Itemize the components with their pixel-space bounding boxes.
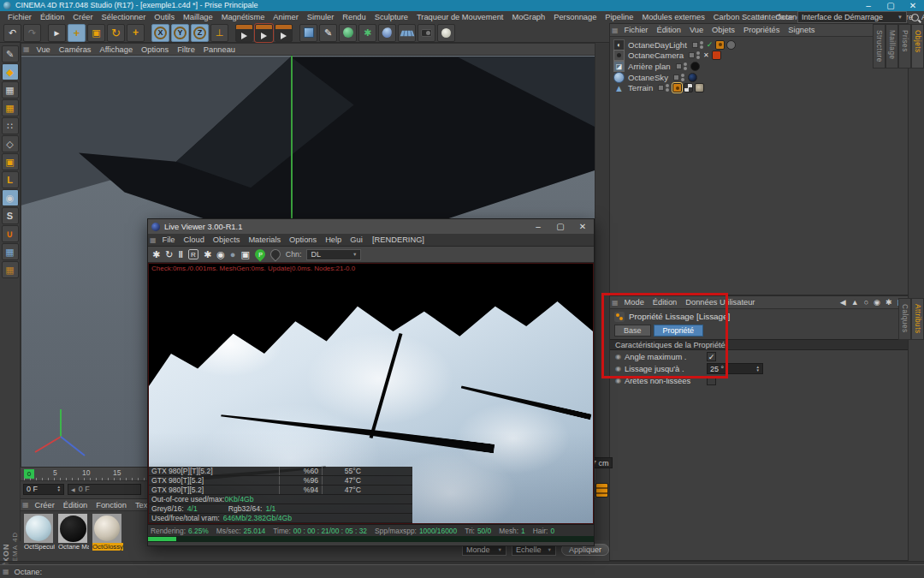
viewport-solo-icon[interactable]: ◉ xyxy=(2,189,19,206)
layer-chip[interactable] xyxy=(673,74,679,80)
dock-tab-objets[interactable]: Objets xyxy=(911,24,924,69)
floor-environment-icon[interactable] xyxy=(398,24,416,42)
am-back-icon[interactable]: ◀ xyxy=(840,298,846,307)
layer-chip[interactable] xyxy=(658,85,664,91)
frame-stepper[interactable]: ▲▼ xyxy=(57,486,61,492)
phong-tag-icon[interactable] xyxy=(684,83,693,92)
am-search-icon[interactable]: ○ xyxy=(864,298,868,307)
material-thumb-specular[interactable] xyxy=(24,514,53,543)
lv-menu-cloud[interactable]: Cloud xyxy=(180,235,209,244)
menu-maillage[interactable]: Maillage xyxy=(179,13,217,21)
frame-slider[interactable]: ◀ 0 F xyxy=(68,484,141,495)
interface-dropdown[interactable]: Interface de Démarrage ▼ xyxy=(797,11,907,23)
lv-pause-icon[interactable]: ‖ xyxy=(178,249,182,259)
om-menu-edition[interactable]: Édition xyxy=(652,26,684,34)
minimize-icon[interactable]: – xyxy=(857,1,880,10)
vp-menu-options[interactable]: Options xyxy=(137,45,173,54)
search-icon[interactable] xyxy=(911,14,919,21)
lv-menu-options[interactable]: Options xyxy=(285,235,321,244)
sun-tag-icon[interactable] xyxy=(726,40,736,50)
render-view-icon[interactable] xyxy=(235,24,253,42)
menu-fichier[interactable]: Fichier xyxy=(3,13,36,21)
generator-sphere-icon[interactable] xyxy=(339,24,357,42)
vp-menu-panneau[interactable]: Panneau xyxy=(199,45,240,54)
menu-simuler[interactable]: Simuler xyxy=(303,13,339,21)
menu-selectionner[interactable]: Sélectionner xyxy=(98,13,151,21)
vp-menu-cameras[interactable]: Caméras xyxy=(55,45,96,54)
lv-menu-file[interactable]: File xyxy=(158,235,180,244)
maximize-icon[interactable]: ▢ xyxy=(880,1,902,10)
am-lock-icon[interactable]: ◉ xyxy=(874,298,880,307)
coord-system-icon[interactable]: ⊥ xyxy=(210,24,228,42)
lv-maximize-icon[interactable]: ▢ xyxy=(549,222,572,231)
mat-menu-edition[interactable]: Édition xyxy=(59,501,92,509)
lv-render-area[interactable]: Check:0ms./0.001ms. MeshGen:0ms. Update|… xyxy=(148,263,594,524)
menu-edition[interactable]: Édition xyxy=(36,13,68,21)
object-row-camera[interactable]: OctaneCamera ✕ xyxy=(613,51,908,62)
enabled-check-icon[interactable]: ✓ xyxy=(707,40,714,49)
menu-animer[interactable]: Animer xyxy=(269,13,302,21)
lv-titlebar[interactable]: Live Viewer 3.00-R1.1 – ▢ ✕ xyxy=(148,219,594,234)
model-mode-icon[interactable]: ◆ xyxy=(2,63,19,80)
layer-chip[interactable] xyxy=(692,42,698,48)
axis-mode-icon[interactable]: L xyxy=(2,171,19,188)
dock-tab-calques[interactable]: Calques xyxy=(898,298,911,340)
close-icon[interactable]: ✕ xyxy=(902,1,924,10)
lv-sphere-icon[interactable]: ● xyxy=(230,249,236,259)
lv-pick-material-icon[interactable]: P xyxy=(252,247,267,262)
spline-pen-icon[interactable]: ✎ xyxy=(319,24,337,42)
lv-pick-object-icon[interactable] xyxy=(268,247,282,262)
frame-field[interactable]: 0 F ▲▼ xyxy=(23,484,64,495)
om-menu-signets[interactable]: Signets xyxy=(784,26,819,34)
workplane-lock-icon[interactable]: ▦ xyxy=(2,243,19,260)
polygons-mode-icon[interactable]: ▣ xyxy=(2,153,19,170)
lv-minimize-icon[interactable]: – xyxy=(527,222,549,231)
y-axis-lock-icon[interactable]: Y xyxy=(171,24,189,42)
mat-menu-creer[interactable]: Créer xyxy=(31,501,59,509)
menu-modules-externes[interactable]: Modules externes xyxy=(637,13,708,21)
array-generator-icon[interactable]: ✱ xyxy=(358,24,376,42)
lv-lock-icon[interactable]: ◉ xyxy=(216,249,225,260)
live-selection-icon[interactable]: ► xyxy=(48,24,66,42)
layer-chip[interactable] xyxy=(689,52,695,58)
om-menu-objets[interactable]: Objets xyxy=(708,26,739,34)
visibility-dots[interactable] xyxy=(681,74,684,81)
vp-menu-filtre[interactable]: Filtre xyxy=(173,45,199,54)
primitive-cube-icon[interactable] xyxy=(299,24,317,42)
keyframe-film-icon[interactable] xyxy=(595,483,608,498)
texture-mode-icon[interactable]: ▦ xyxy=(2,81,19,98)
lv-reset-icon[interactable]: R xyxy=(188,249,198,259)
object-row-daylight[interactable]: ◐ OctaneDayLight ✓ xyxy=(613,39,908,51)
x-axis-lock-icon[interactable]: X xyxy=(151,24,169,42)
points-mode-icon[interactable]: ∷ xyxy=(2,117,19,134)
lv-close-icon[interactable]: ✕ xyxy=(572,222,594,231)
am-gear-icon[interactable]: ✱ xyxy=(886,298,892,307)
sky-material-tag-icon[interactable] xyxy=(688,73,697,82)
material-item[interactable]: OctSpecula xyxy=(24,514,55,551)
visibility-dots[interactable] xyxy=(666,84,669,92)
camera-icon[interactable] xyxy=(418,24,435,42)
black-material-tag-icon[interactable] xyxy=(690,62,700,71)
last-tool-icon[interactable]: + xyxy=(127,24,145,42)
dock-tab-maillage[interactable]: Maillage xyxy=(886,24,898,69)
move-tool-icon[interactable]: + xyxy=(68,24,86,42)
menu-personnage[interactable]: Personnage xyxy=(549,13,601,21)
layer-chip[interactable] xyxy=(676,63,682,69)
live-viewer-window[interactable]: Live Viewer 3.00-R1.1 – ▢ ✕ ▦ File Cloud… xyxy=(147,218,595,546)
material-item[interactable]: Octane Ma xyxy=(58,514,89,551)
octane-camera-tag-icon[interactable] xyxy=(712,51,721,60)
om-menu-vue[interactable]: Vue xyxy=(685,26,708,34)
lv-menu-objects[interactable]: Objects xyxy=(209,235,245,244)
om-menu-proprietes[interactable]: Propriétés xyxy=(739,26,784,34)
workplane-alt-icon[interactable]: ▦ xyxy=(2,261,19,278)
lv-menu-help[interactable]: Help xyxy=(321,235,346,244)
lv-restart-icon[interactable]: ↻ xyxy=(165,249,173,260)
edges-mode-icon[interactable]: ◇ xyxy=(2,135,19,152)
object-row-terrain[interactable]: ▲ Terrain xyxy=(613,82,908,93)
lv-channel-dropdown[interactable]: DL ▼ xyxy=(306,249,361,260)
light-icon[interactable] xyxy=(437,24,455,42)
dock-tab-structure[interactable]: Structure xyxy=(873,24,886,69)
visibility-dots[interactable] xyxy=(700,41,703,49)
menu-creer[interactable]: Créer xyxy=(68,13,97,21)
deformer-icon[interactable] xyxy=(378,24,396,42)
